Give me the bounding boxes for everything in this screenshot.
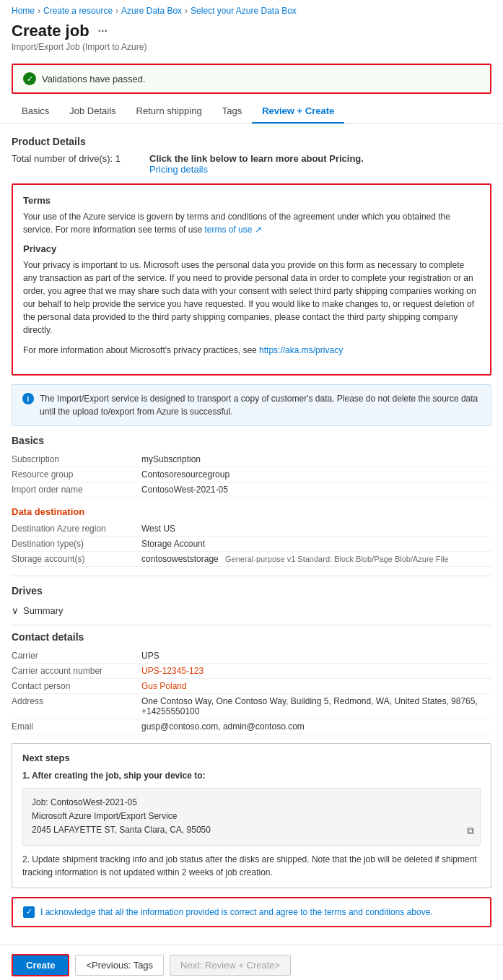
email-label: Email bbox=[12, 721, 141, 732]
pricing-info: Click the link below to learn more about… bbox=[149, 153, 364, 175]
address-label: Address bbox=[12, 696, 141, 716]
privacy-text2: For more information about Microsoft's p… bbox=[23, 344, 480, 357]
carrier-value: UPS bbox=[141, 651, 491, 661]
basics-table: Subscription mySubscription Resource gro… bbox=[12, 452, 491, 498]
carrier-label: Carrier bbox=[12, 651, 141, 661]
tab-basics[interactable]: Basics bbox=[12, 100, 59, 123]
contact-details-title: Contact details bbox=[12, 631, 491, 643]
privacy-title: Privacy bbox=[23, 243, 480, 254]
import-order-value: ContosoWest-2021-05 bbox=[141, 485, 491, 495]
shipping-address-box: Job: ContosoWest-2021-05 Microsoft Azure… bbox=[22, 788, 481, 846]
destination-region-row: Destination Azure region West US bbox=[12, 521, 491, 537]
storage-account-value: contosoweststorage General-purpose v1 St… bbox=[141, 554, 491, 564]
terms-title: Terms bbox=[23, 195, 480, 206]
create-button[interactable]: Create bbox=[12, 954, 69, 976]
drive-count: Total number of drive(s): 1 bbox=[12, 153, 121, 164]
tab-job-details[interactable]: Job Details bbox=[59, 100, 126, 123]
breadcrumb-select-data-box[interactable]: Select your Azure Data Box bbox=[191, 6, 297, 16]
subscription-value: mySubscription bbox=[141, 454, 491, 464]
address-line-2: Microsoft Azure Import/Export Service bbox=[32, 810, 471, 823]
drives-summary-toggle[interactable]: ∨ Summary bbox=[12, 602, 491, 619]
email-value: gusp@contoso.com, admin@contoso.com bbox=[141, 721, 491, 732]
page-header: Create job ··· Import/Export Job (Import… bbox=[0, 19, 503, 58]
chevron-down-icon: ∨ bbox=[12, 605, 19, 616]
basics-title: Basics bbox=[12, 435, 491, 446]
destination-region-label: Destination Azure region bbox=[12, 524, 141, 534]
tab-review-create[interactable]: Review + Create bbox=[252, 100, 344, 123]
next-button: Next: Review + Create> bbox=[170, 955, 291, 976]
contact-details-section: Contact details Carrier UPS Carrier acco… bbox=[12, 631, 491, 734]
breadcrumb-azure-data-box[interactable]: Azure Data Box bbox=[121, 6, 182, 16]
contact-person-row: Contact person Gus Poland bbox=[12, 679, 491, 694]
subscription-row: Subscription mySubscription bbox=[12, 452, 491, 467]
next-steps-step1: 1. After creating the job, ship your dev… bbox=[22, 769, 481, 782]
breadcrumb: Home › Create a resource › Azure Data Bo… bbox=[0, 0, 503, 19]
privacy-link[interactable]: https://aka.ms/privacy bbox=[259, 345, 343, 355]
validation-banner: ✓ Validations have passed. bbox=[12, 64, 491, 94]
address-row: Address One Contoso Way, One Contoso Way… bbox=[12, 694, 491, 719]
pricing-note: Click the link below to learn more about… bbox=[149, 153, 364, 164]
contact-person-value: Gus Poland bbox=[141, 681, 491, 691]
import-order-label: Import order name bbox=[12, 485, 141, 495]
summary-label: Summary bbox=[23, 605, 64, 616]
breadcrumb-home[interactable]: Home bbox=[12, 6, 35, 16]
tab-bar: Basics Job Details Return shipping Tags … bbox=[0, 100, 503, 124]
address-line-1: Job: ContosoWest-2021-05 bbox=[32, 796, 471, 810]
previous-button[interactable]: <Previous: Tags bbox=[75, 955, 164, 976]
data-destination-table: Destination Azure region West US Destina… bbox=[12, 521, 491, 567]
contact-details-table: Carrier UPS Carrier account number UPS-1… bbox=[12, 649, 491, 734]
info-icon: i bbox=[22, 393, 34, 404]
product-details-title: Product Details bbox=[12, 136, 491, 147]
resource-group-label: Resource group bbox=[12, 469, 141, 480]
carrier-account-value: UPS-12345-123 bbox=[141, 666, 491, 676]
privacy-text1: Your privacy is important to us. Microso… bbox=[23, 259, 480, 337]
resource-group-value: Contosoresourcegroup bbox=[141, 469, 491, 480]
page-title: Create job bbox=[12, 22, 89, 40]
next-steps-step2: 2. Update shipment tracking info and job… bbox=[22, 853, 481, 879]
pricing-link[interactable]: Pricing details bbox=[149, 164, 208, 175]
info-banner: i The Import/Export service is designed … bbox=[12, 384, 491, 426]
validation-text: Validations have passed. bbox=[42, 74, 146, 84]
subscription-label: Subscription bbox=[12, 454, 141, 464]
next-steps-title: Next steps bbox=[22, 753, 481, 763]
destination-type-value: Storage Account bbox=[141, 539, 491, 549]
copy-icon[interactable]: ⧉ bbox=[467, 823, 474, 838]
storage-account-note: General-purpose v1 Standard: Block Blob/… bbox=[225, 555, 448, 563]
more-options-icon[interactable]: ··· bbox=[98, 25, 108, 38]
validation-success-icon: ✓ bbox=[23, 72, 36, 85]
storage-account-label: Storage account(s) bbox=[12, 554, 141, 564]
resource-group-row: Resource group Contosoresourcegroup bbox=[12, 467, 491, 482]
drives-section: Drives ∨ Summary bbox=[12, 576, 491, 619]
acknowledge-text: I acknowledge that all the information p… bbox=[40, 906, 433, 919]
destination-region-value: West US bbox=[141, 524, 491, 534]
acknowledge-checkbox[interactable] bbox=[23, 906, 35, 918]
address-value: One Contoso Way, One Contoso Way, Buildi… bbox=[141, 696, 491, 716]
carrier-account-row: Carrier account number UPS-12345-123 bbox=[12, 664, 491, 679]
contact-person-label: Contact person bbox=[12, 681, 141, 691]
bottom-bar: Create <Previous: Tags Next: Review + Cr… bbox=[0, 945, 503, 980]
storage-account-row: Storage account(s) contosoweststorage Ge… bbox=[12, 552, 491, 567]
terms-box: Terms Your use of the Azure service is g… bbox=[12, 183, 491, 376]
drives-title: Drives bbox=[12, 585, 491, 597]
info-text: The Import/Export service is designed to… bbox=[40, 392, 481, 418]
data-destination-title: Data destination bbox=[12, 506, 491, 517]
next-steps-box: Next steps 1. After creating the job, sh… bbox=[12, 743, 491, 888]
terms-text: Your use of the Azure service is govern … bbox=[23, 210, 480, 236]
page-subtitle: Import/Export Job (Import to Azure) bbox=[12, 42, 491, 52]
address-line-3: 2045 LAFAYETTE ST, Santa Clara, CA, 9505… bbox=[32, 823, 471, 837]
carrier-account-label: Carrier account number bbox=[12, 666, 141, 676]
divider bbox=[12, 625, 491, 625]
destination-type-row: Destination type(s) Storage Account bbox=[12, 537, 491, 552]
import-order-row: Import order name ContosoWest-2021-05 bbox=[12, 482, 491, 498]
tab-tags[interactable]: Tags bbox=[212, 100, 252, 123]
terms-of-use-link[interactable]: terms of use ↗ bbox=[204, 225, 261, 235]
product-details-row: Total number of drive(s): 1 Click the li… bbox=[12, 153, 491, 175]
email-row: Email gusp@contoso.com, admin@contoso.co… bbox=[12, 719, 491, 734]
main-content: Product Details Total number of drive(s)… bbox=[0, 124, 503, 945]
breadcrumb-create-resource[interactable]: Create a resource bbox=[43, 6, 113, 16]
destination-type-label: Destination type(s) bbox=[12, 539, 141, 549]
carrier-row: Carrier UPS bbox=[12, 649, 491, 664]
tab-return-shipping[interactable]: Return shipping bbox=[126, 100, 212, 123]
acknowledge-box: I acknowledge that all the information p… bbox=[12, 897, 491, 927]
